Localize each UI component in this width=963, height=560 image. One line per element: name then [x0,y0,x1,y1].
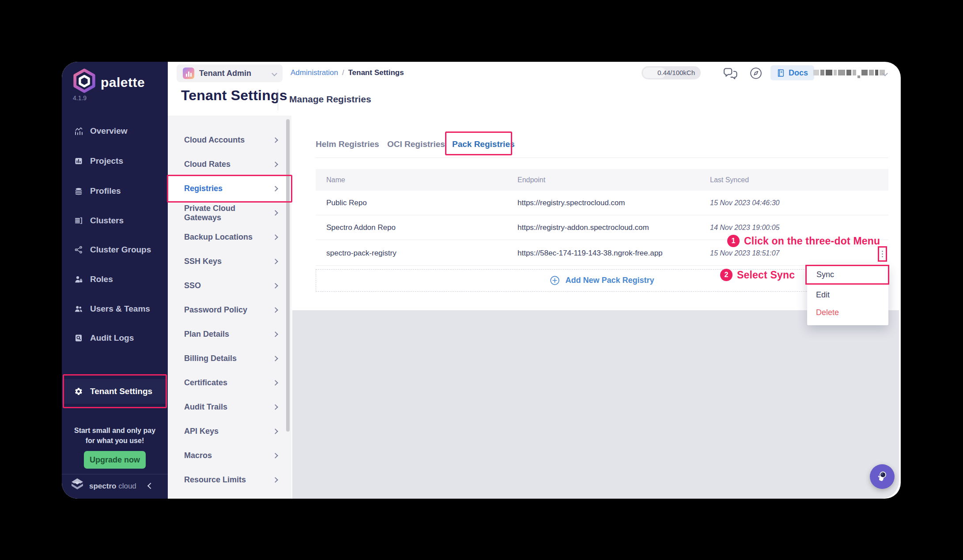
menu-item-plan-details[interactable]: Plan Details [168,322,291,346]
gear-icon [74,387,83,396]
cell-last-synced: 15 Nov 2023 04:46:30 [699,199,888,207]
annotation-step-1: 1 Click on the three-dot Menu [727,235,880,247]
annotation-step-1-text: Click on the three-dot Menu [744,235,880,247]
roles-lock-icon [74,275,83,284]
menu-item-ssh-keys[interactable]: SSH Keys [168,249,291,274]
sidebar-item-label: Audit Logs [90,333,134,343]
chat-bubbles-icon[interactable] [723,68,739,79]
upgrade-now-button[interactable]: Upgrade now [84,451,146,469]
sidebar-item-projects[interactable]: Projects [62,149,168,173]
docs-button[interactable]: Docs [770,65,814,80]
docs-label: Docs [789,68,808,78]
cell-endpoint: https://registry.spectrocloud.com [507,199,699,207]
tab-pack-registries[interactable]: Pack Registries [452,139,515,149]
chevron-right-icon [272,356,278,361]
sidebar-item-label: Cluster Groups [90,245,151,255]
menu-item-audit-trails[interactable]: Audit Trails [168,395,291,419]
menu-item-private-cloud-gateways[interactable]: Private Cloud Gateways [168,201,291,225]
spectro-cloud-logo-icon [69,477,86,492]
sidebar-item-label: Roles [90,274,113,284]
cell-name: Public Repo [316,199,507,207]
context-menu-item-edit[interactable]: Edit [807,286,888,304]
title-divider [278,89,278,110]
breadcrumb-current: Tenant Settings [348,68,404,77]
menu-item-cloud-rates[interactable]: Cloud Rates [168,152,291,177]
breadcrumb-separator: / [342,68,344,77]
menu-item-resource-limits[interactable]: Resource Limits [168,468,291,492]
menu-item-password-policy[interactable]: Password Policy [168,298,291,322]
row-context-menu: Sync Edit Delete [807,265,888,325]
redacted-username[interactable] [813,70,885,78]
annotation-step-2-badge: 2 [720,269,733,281]
app-version: 4.1.9 [73,94,87,101]
scope-label: Tenant Admin [199,69,251,78]
sidebar-item-profiles[interactable]: Profiles [62,179,168,203]
sidebar-item-label: Overview [90,126,128,136]
tab-helm-registries[interactable]: Helm Registries [316,139,379,149]
assistant-floating-button[interactable] [870,464,895,489]
page-title: Tenant Settings [181,87,287,104]
menu-item-cloud-accounts[interactable]: Cloud Accounts [168,128,291,152]
project-scope-selector[interactable]: Tenant Admin [177,64,283,82]
menu-item-billing-details[interactable]: Billing Details [168,346,291,371]
menu-item-macros[interactable]: Macros [168,443,291,468]
chevron-right-icon [272,380,278,386]
menu-item-backup-locations[interactable]: Backup Locations [168,225,291,249]
context-menu-item-sync[interactable]: Sync [805,265,889,285]
sidebar-item-clusters[interactable]: Clusters [62,208,168,233]
sidebar-item-label: Users & Teams [90,304,150,314]
chevron-right-icon [272,331,278,337]
chevron-right-icon [272,186,278,192]
chevron-down-icon [272,71,277,76]
screenshot-canvas: palette 4.1.9 Overview Projects Profiles… [0,0,963,560]
chevron-right-icon [272,477,278,483]
chevron-right-icon [272,404,278,410]
chevron-right-icon [272,210,278,216]
cell-last-synced: 14 Nov 2023 19:00:05 [699,224,888,232]
sidebar-collapse-icon[interactable] [147,483,154,489]
credits-usage-badge: 0.44/100kCh [642,66,701,79]
sidebar-item-users-teams[interactable]: Users & Teams [62,297,168,321]
context-menu-item-delete[interactable]: Delete [807,304,888,321]
tabs-underline [316,158,888,158]
tab-oci-registries[interactable]: OCI Registries [387,139,445,149]
astronaut-icon [876,470,889,483]
overview-chart-icon [74,127,83,135]
annotation-step-2-text: Select Sync [737,269,795,281]
row-actions-three-dot-menu[interactable] [878,246,887,262]
menu-item-api-keys[interactable]: API Keys [168,419,291,443]
sidebar-item-audit-logs[interactable]: Audit Logs [62,326,168,350]
cell-endpoint: https://58ec-174-119-143-38.ngrok-free.a… [507,249,699,258]
credits-text: 0.44/100kCh [657,69,695,76]
chevron-right-icon [272,137,278,143]
add-new-pack-registry-label: Add New Pack Registry [565,276,654,285]
compass-icon[interactable] [749,67,763,80]
menu-item-registries[interactable]: Registries [168,177,291,201]
chevron-right-icon [272,428,278,434]
menu-item-certificates[interactable]: Certificates [168,371,291,395]
chevron-right-icon [272,283,278,289]
table-row: Public Repo https://registry.spectroclou… [316,191,888,215]
cluster-groups-icon [74,245,83,254]
add-new-pack-registry-button[interactable]: Add New Pack Registry [316,269,888,292]
sidebar-item-roles[interactable]: Roles [62,267,168,292]
promo-line-2: for what you use! [62,437,168,445]
palette-logo-icon [72,68,97,94]
sidebar-item-cluster-groups[interactable]: Cluster Groups [62,237,168,262]
settings-menu-scrollbar[interactable] [286,119,290,432]
table-header: Name Endpoint Last Synced [316,169,888,191]
sidebar-footer-divider [62,474,168,474]
sidebar-item-overview[interactable]: Overview [62,119,168,143]
breadcrumb-administration[interactable]: Administration [291,68,338,77]
col-last-synced: Last Synced [699,176,888,184]
users-teams-icon [74,304,83,313]
profiles-stack-icon [74,187,83,195]
menu-item-sso[interactable]: SSO [168,274,291,298]
projects-icon [74,157,83,165]
chevron-right-icon [272,453,278,459]
book-icon [777,69,785,77]
sidebar-item-tenant-settings[interactable]: Tenant Settings [62,379,168,404]
sidebar-item-label: Tenant Settings [90,387,152,396]
spectro-cloud-brand: spectro cloud [89,482,136,491]
chevron-right-icon [272,259,278,264]
